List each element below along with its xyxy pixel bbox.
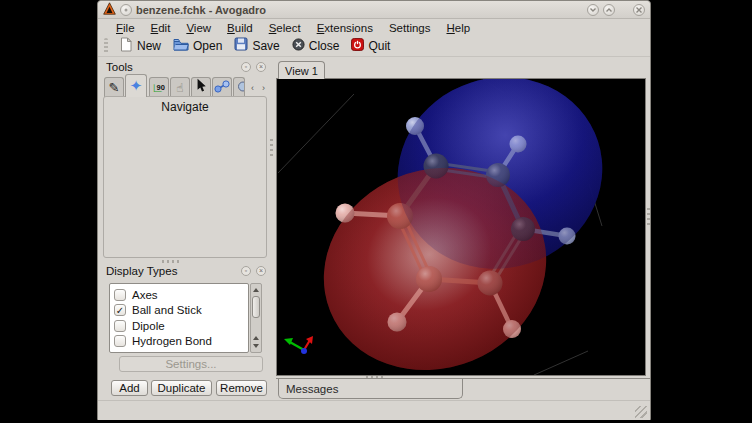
molecule-scene [277,79,645,375]
menu-settings[interactable]: Settings [381,22,439,34]
menu-extensions[interactable]: Extensions [309,22,381,34]
titlebar[interactable]: benzene.fchk - Avogadro [98,1,650,19]
bond-centric-icon [214,79,230,97]
duplicate-button[interactable]: Duplicate [151,380,212,396]
menu-select[interactable]: Select [261,22,309,34]
tab-messages[interactable]: Messages [278,379,463,399]
window-title: benzene.fchk - Avogadro [136,4,266,16]
statusbar [98,400,650,420]
open-folder-icon [173,38,189,54]
active-tool-label: Navigate [104,97,266,114]
menu-view[interactable]: View [178,22,219,34]
gutter-splitter-handle[interactable] [647,208,650,226]
display-types-panel-title: Display Types [106,265,177,277]
tools-panel-title: Tools [106,61,133,73]
quit-power-icon [351,38,364,54]
toolbar: New Open Save Close Quit [98,35,650,57]
menu-file[interactable]: File [108,22,143,34]
display-type-row-ball-and-stick[interactable]: ✓ Ball and Stick [114,303,248,319]
tab-manipulate-tool[interactable]: ☝ [170,77,190,97]
pencil-icon: ✎ [109,80,120,95]
3d-viewport[interactable] [276,78,646,376]
resize-grip[interactable] [635,406,647,418]
view-right-gutter [646,78,651,376]
tool-tabbar: ✎ ✦ ∟90 ☝ ‹ › [104,74,268,97]
open-button[interactable]: Open [167,36,228,56]
display-types-scrollbar[interactable] [250,283,262,353]
close-button-label: Close [309,39,340,53]
avogadro-logo-icon [103,1,116,19]
display-type-row-dipole[interactable]: Dipole [114,318,248,334]
maximize-button[interactable] [603,4,615,16]
tab-scroll-left-icon[interactable]: ‹ [248,82,257,94]
new-document-icon [119,37,133,55]
tab-clipped-tool[interactable] [233,77,245,97]
tab-scroll-right-icon[interactable]: › [259,82,268,94]
minimize-button[interactable] [587,4,599,16]
tab-measure-tool[interactable]: ∟90 [149,77,169,97]
save-disk-icon [234,37,248,54]
new-button-label: New [137,39,161,53]
float-panel-icon[interactable]: ▫ [241,266,251,276]
menu-build[interactable]: Build [219,22,261,34]
tab-navigate-tool[interactable]: ✦ [125,74,147,97]
angle-90-icon: ∟90 [152,81,167,95]
close-panel-icon[interactable]: × [256,266,266,276]
hand-icon: ☝ [176,81,183,95]
quit-button-label: Quit [368,39,390,53]
menu-edit[interactable]: Edit [143,22,179,34]
tab-draw-tool[interactable]: ✎ [104,77,124,97]
quit-button[interactable]: Quit [345,36,396,56]
window-shade-button[interactable] [120,4,132,16]
float-panel-icon[interactable]: ▫ [241,62,251,72]
save-button-label: Save [252,39,279,53]
clipped-tool-icon [233,79,245,97]
open-button-label: Open [193,39,222,53]
tool-settings-area: Navigate [103,96,267,258]
settings-button[interactable]: Settings... [119,356,263,372]
scroll-up-icon[interactable] [251,285,261,295]
close-circle-icon [292,38,305,54]
navigate-star-icon: ✦ [130,77,143,95]
close-window-button[interactable] [633,4,645,16]
checkbox[interactable] [114,289,126,301]
close-button[interactable]: Close [286,36,346,56]
scrollbar-thumb[interactable] [252,296,260,318]
save-button[interactable]: Save [228,35,285,56]
avogadro-window: benzene.fchk - Avogadro File Edit View B… [97,0,651,420]
menubar: File Edit View Build Select Extensions S… [98,20,650,35]
checkbox[interactable] [114,320,126,332]
tab-selection-tool[interactable] [191,77,211,97]
cursor-icon [195,78,207,97]
add-button[interactable]: Add [111,380,148,396]
desktop-background: benzene.fchk - Avogadro File Edit View B… [0,0,752,423]
close-panel-icon[interactable]: × [256,62,266,72]
display-types-list: Axes ✓ Ball and Stick Dipole Hydrogen Bo… [109,283,249,353]
tools-panel-header: Tools ▫ × [106,59,266,75]
checkbox[interactable] [114,335,126,347]
new-button[interactable]: New [113,35,167,57]
display-type-row-axes[interactable]: Axes [114,287,248,303]
remove-button[interactable]: Remove [216,380,267,396]
checkbox-checked[interactable]: ✓ [114,304,126,316]
tab-bond-centric-tool[interactable] [212,77,232,97]
tab-view-1[interactable]: View 1 [278,61,325,79]
dock-splitter-handle[interactable] [270,139,273,157]
display-types-panel-header: Display Types ▫ × [106,263,266,279]
menu-help[interactable]: Help [438,22,478,34]
scroll-down-icon[interactable] [251,341,261,351]
display-type-row-hydrogen-bond[interactable]: Hydrogen Bond [114,334,248,350]
toolbar-grip[interactable] [104,38,108,54]
